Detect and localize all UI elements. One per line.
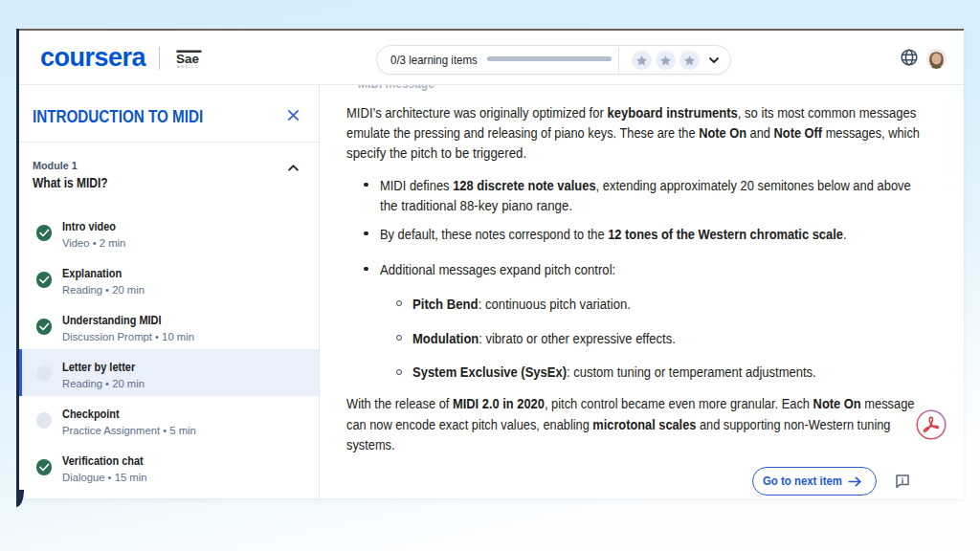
svg-text:MEXICO: MEXICO (177, 65, 199, 69)
